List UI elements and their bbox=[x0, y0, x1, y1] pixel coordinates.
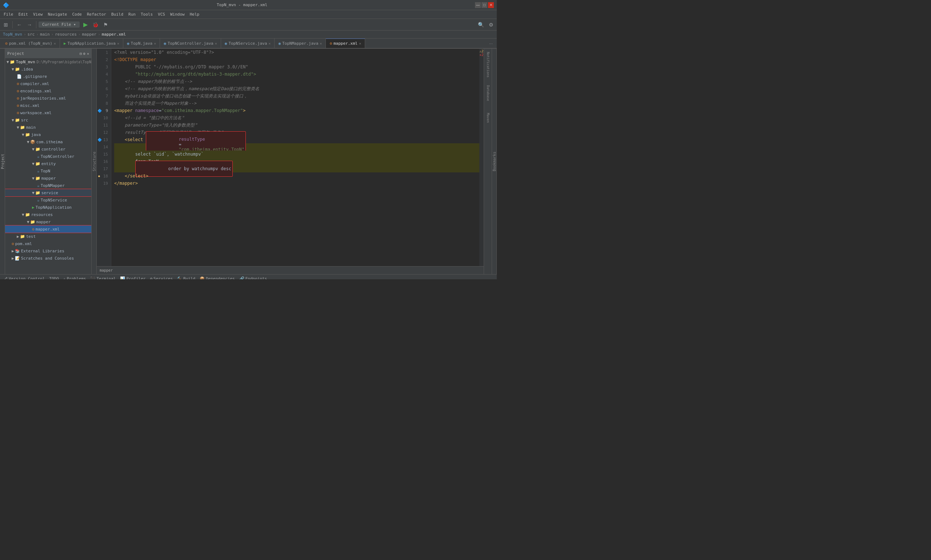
tab-close-controller[interactable]: ✕ bbox=[215, 42, 217, 45]
tree-item-main[interactable]: ▼ 📁 main bbox=[5, 124, 91, 131]
tree-item-misc-xml[interactable]: ⚙ misc.xml bbox=[5, 102, 91, 109]
bookmarks-panel[interactable]: Bookmarks bbox=[492, 49, 497, 274]
minimize-button[interactable]: — bbox=[475, 2, 481, 8]
run-button[interactable]: ▶ bbox=[81, 20, 90, 29]
bottom-tab-terminal[interactable]: ⬛ Terminal bbox=[89, 275, 117, 279]
tree-item-topncontroller[interactable]: ☕ TopNController bbox=[5, 153, 91, 160]
tree-item-java[interactable]: ▼ 📁 java bbox=[5, 131, 91, 138]
menu-navigate[interactable]: Navigate bbox=[46, 11, 69, 17]
tree-item-ext-libs[interactable]: ▶ 📚 External Libraries bbox=[5, 247, 91, 255]
tree-item-com-itheima[interactable]: ▼ 📦 com.itheima bbox=[5, 138, 91, 145]
tab-close-mapper-xml[interactable]: ✕ bbox=[359, 42, 361, 45]
tree-item-entity[interactable]: ▼ 📁 entity bbox=[5, 160, 91, 167]
bottom-tab-services[interactable]: ⚙ Services bbox=[148, 275, 174, 279]
tabs-overflow-button[interactable]: ⋯ bbox=[486, 39, 496, 48]
tree-item-topn[interactable]: ☕ TopN bbox=[5, 167, 91, 175]
tree-item-mapper-res-folder[interactable]: ▼ 📁 mapper bbox=[5, 218, 91, 225]
tab-close-pom[interactable]: ✕ bbox=[54, 42, 56, 45]
tree-label: controller bbox=[42, 147, 65, 152]
tree-item-workspace-xml[interactable]: ⚙ workspace.xml bbox=[5, 109, 91, 116]
bottom-tab-version-control[interactable]: ⎇ Version Control bbox=[2, 275, 46, 279]
tab-topn[interactable]: ◉ TopN.java ✕ bbox=[123, 38, 160, 48]
tab-pom-xml[interactable]: ⚙ pom.xml (TopN_mvn) ✕ bbox=[2, 38, 60, 48]
tab-topnservice[interactable]: ◉ TopNService.java ✕ bbox=[221, 38, 275, 48]
tree-item-resources[interactable]: ▼ 📁 resources bbox=[5, 211, 91, 218]
tree-item-mapper-xml[interactable]: ⚙ mapper.xml bbox=[5, 225, 91, 233]
bottom-tab-problems[interactable]: ⚠ Problems bbox=[62, 275, 88, 279]
tree-item-controller[interactable]: ▼ 📁 controller bbox=[5, 145, 91, 153]
line-15: 15 bbox=[97, 151, 111, 158]
breadcrumb-resources[interactable]: resources bbox=[55, 32, 77, 37]
menu-file[interactable]: File bbox=[2, 11, 15, 17]
breadcrumb-project[interactable]: TopN_mvn bbox=[3, 32, 22, 37]
menu-view[interactable]: View bbox=[31, 11, 45, 17]
menu-window[interactable]: Window bbox=[168, 11, 187, 17]
line-6: 6 bbox=[97, 85, 111, 92]
notifications-strip[interactable]: Notifications bbox=[484, 50, 492, 79]
menu-refactor[interactable]: Refactor bbox=[85, 11, 108, 17]
tree-item-pom-xml[interactable]: ⚙ pom.xml bbox=[5, 240, 91, 247]
bottom-tab-endpoints[interactable]: 🔗 Endpoints bbox=[238, 275, 269, 279]
breadcrumb-file[interactable]: mapper.xml bbox=[102, 32, 126, 37]
close-button[interactable]: ✕ bbox=[488, 2, 494, 8]
breadcrumb-mapper-folder[interactable]: mapper bbox=[82, 32, 96, 37]
menu-code[interactable]: Code bbox=[70, 11, 84, 17]
bottom-tab-todo[interactable]: TODO bbox=[48, 275, 60, 279]
tab-close-app[interactable]: ✕ bbox=[117, 42, 119, 45]
debug-button[interactable]: 🐞 bbox=[91, 20, 100, 29]
tab-topnmapper[interactable]: ◉ TopNMapper.java ✕ bbox=[275, 38, 326, 48]
tree-item-idea[interactable]: ▼ 📁 .idea bbox=[5, 65, 91, 73]
tab-topncontroller[interactable]: ◉ TopNController.java ✕ bbox=[160, 38, 221, 48]
menu-help[interactable]: Help bbox=[188, 11, 202, 17]
tree-item-service[interactable]: ▼ 📁 service bbox=[5, 189, 91, 196]
coverage-button[interactable]: ⚑ bbox=[102, 20, 110, 29]
tree-item-compiler-xml[interactable]: ⚙ compiler.xml bbox=[5, 80, 91, 87]
back-button[interactable]: ← bbox=[15, 20, 24, 29]
tree-item-topnmapper-java[interactable]: ☕ TopNMapper bbox=[5, 182, 91, 189]
menu-tools[interactable]: Tools bbox=[138, 11, 155, 17]
structure-panel[interactable]: Structure bbox=[92, 49, 97, 274]
menu-edit[interactable]: Edit bbox=[16, 11, 31, 17]
tree-item-test[interactable]: ▶ 📁 test bbox=[5, 233, 91, 240]
tree-item-topnservice[interactable]: ☕ TopNService bbox=[5, 196, 91, 204]
window-controls[interactable]: — □ ✕ bbox=[475, 2, 494, 8]
tab-close-mapper-java[interactable]: ✕ bbox=[320, 42, 322, 45]
bottom-tab-profiler[interactable]: 📊 Profiler bbox=[118, 275, 147, 279]
tree-item-gitignore[interactable]: 📄 .gitignore bbox=[5, 73, 91, 80]
breadcrumb-src[interactable]: src bbox=[28, 32, 35, 37]
settings-button[interactable]: ⚙ bbox=[486, 20, 496, 29]
breadcrumb-main[interactable]: main bbox=[40, 32, 50, 37]
tab-topnapplication[interactable]: ▶ TopNApplication.java ✕ bbox=[60, 38, 123, 48]
bottom-tab-build[interactable]: 🔨 Build bbox=[175, 275, 197, 279]
warning-dot-18: ● bbox=[98, 175, 100, 178]
menu-run[interactable]: Run bbox=[126, 11, 138, 17]
maximize-button[interactable]: □ bbox=[482, 2, 487, 8]
database-strip[interactable]: Database bbox=[484, 82, 492, 104]
project-panel-title: Project bbox=[7, 51, 24, 56]
recent-projects-button[interactable]: ⊞ bbox=[2, 20, 10, 29]
bottom-tab-dependencies[interactable]: 📦 Dependencies bbox=[198, 275, 236, 279]
project-settings-icon[interactable]: ⚙ bbox=[83, 52, 85, 55]
close-panel-icon[interactable]: ✕ bbox=[87, 52, 89, 55]
current-file-config[interactable]: Current File ▾ bbox=[38, 22, 80, 28]
tab-close-topn[interactable]: ✕ bbox=[154, 42, 156, 45]
menu-build[interactable]: Build bbox=[109, 11, 125, 17]
tree-item-encodings-xml[interactable]: ⚙ encodings.xml bbox=[5, 87, 91, 95]
tree-item-mapper-package[interactable]: ▼ 📁 mapper bbox=[5, 175, 91, 182]
tab-label-pom: pom.xml (TopN_mvn) bbox=[9, 41, 52, 46]
maven-strip[interactable]: Maven bbox=[484, 107, 492, 129]
forward-button[interactable]: → bbox=[25, 20, 34, 29]
tree-item-scratches[interactable]: ▶ 📝 Scratches and Consoles bbox=[5, 255, 91, 262]
tab-close-service[interactable]: ✕ bbox=[268, 42, 271, 45]
collapse-all-icon[interactable]: ⊟ bbox=[80, 52, 82, 55]
project-panel-label[interactable]: Project bbox=[0, 154, 5, 169]
tree-item-src[interactable]: ▼ 📁 src bbox=[5, 116, 91, 124]
tree-item-topnapplication[interactable]: ▶ TopNApplication bbox=[5, 204, 91, 211]
tree-item-jarrepos-xml[interactable]: ⚙ jarRepositories.xml bbox=[5, 95, 91, 102]
menu-vcs[interactable]: VCS bbox=[155, 11, 167, 17]
search-everywhere-button[interactable]: 🔍 bbox=[476, 20, 485, 29]
code-editor[interactable]: <?xml version="1.0" encoding="UTF-8"?> <… bbox=[111, 49, 479, 266]
right-scroll-gutter[interactable]: ⚠2 ✕2 bbox=[479, 49, 484, 266]
tab-mapper-xml[interactable]: ⚙ mapper.xml ✕ bbox=[326, 38, 365, 48]
tree-item-topnmvn[interactable]: ▼ 📁 TopN_mvn D:\MyProgram\bigdata\TopN bbox=[5, 58, 91, 65]
